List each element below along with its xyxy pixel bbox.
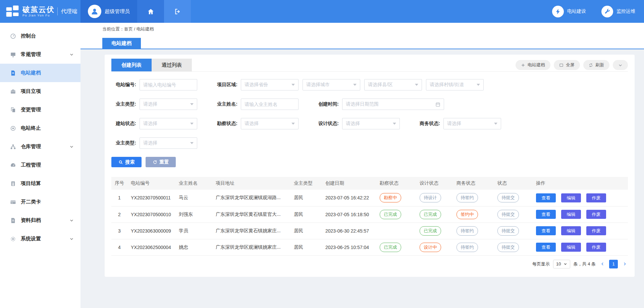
sidebar-item-type2-card[interactable]: 开二类卡	[0, 193, 80, 211]
user-menu[interactable]: 超级管理员	[80, 0, 137, 23]
content: 创建列表通过列表 电站建档全屏刷新 电站编号:项目区域:请选择省份请选择城市请选…	[80, 49, 644, 308]
sidebar-item-label: 控制台	[21, 33, 36, 39]
lightning-circle	[552, 6, 564, 17]
filter-field-owner-type-2: 业主类型:请选择	[111, 137, 197, 149]
filter-select-project-region-3[interactable]: 请选择村镇/街道	[426, 79, 484, 90]
refresh-button[interactable]: 刷新	[583, 60, 609, 70]
cell-address: 广东深圳龙华区观澜镇观湖路...	[212, 190, 290, 206]
filter-select-project-region-0[interactable]: 请选择省份	[241, 79, 299, 90]
void-button[interactable]: 作废	[586, 226, 606, 235]
edit-button[interactable]: 编辑	[561, 226, 581, 235]
tab-passed-list[interactable]: 通过列表	[152, 59, 192, 71]
cell-created-date: 2023-07-05 16:42:22	[322, 190, 376, 206]
next-page-button[interactable]	[621, 260, 628, 268]
cell-actions: 查看编辑作废	[533, 239, 628, 255]
list-card: 创建列表通过列表 电站建档全屏刷新 电站编号:项目区域:请选择省份请选择城市请选…	[105, 55, 635, 277]
filter-select-project-region-2[interactable]: 请选择县/区	[364, 79, 422, 90]
filter-daterange-create-time[interactable]: 请选择日期范围	[342, 99, 444, 110]
header-nav-station-build[interactable]: 电站建设	[552, 6, 586, 17]
filter-field-business-status: 商务状态:请选择	[415, 118, 501, 129]
page-tab[interactable]: 电站建档	[102, 38, 141, 49]
chevron-right-icon	[623, 262, 627, 266]
edit-button[interactable]: 编辑	[561, 243, 581, 252]
edit-button[interactable]: 编辑	[561, 193, 581, 202]
sidebar-item-console[interactable]: 控制台	[0, 27, 80, 45]
briefcase-icon	[10, 88, 16, 95]
cell-seq: 1	[111, 190, 127, 206]
toolbar-button-label: 刷新	[595, 62, 604, 68]
reset-button[interactable]: 重置	[146, 157, 176, 167]
filter-label: 设计状态:	[314, 121, 339, 127]
table-body: 1YX2023070500011马云广东深圳龙华区观澜镇观湖路...居民2023…	[111, 190, 628, 255]
view-button[interactable]: 查看	[536, 243, 556, 252]
search-button[interactable]: 搜索	[111, 157, 142, 167]
filter-select-owner-type-2[interactable]: 请选择	[140, 137, 197, 149]
sidebar-item-data-archive[interactable]: 资料归档	[0, 211, 80, 230]
sidebar-item-station-termination[interactable]: 电站终止	[0, 119, 80, 137]
cell-station-code: YX2023070500011	[127, 190, 175, 206]
filter-input-owner-name[interactable]	[241, 99, 299, 110]
add-station-button[interactable]: 电站建档	[516, 60, 550, 70]
file-icon	[10, 218, 16, 224]
status-badge: 勘察中	[380, 193, 401, 202]
sidebar-item-engineering-mgmt[interactable]: 工程管理	[0, 156, 80, 174]
sidebar-item-project-settlement[interactable]: 项目结算	[0, 174, 80, 193]
view-button[interactable]: 查看	[536, 193, 556, 202]
header-nav-monitor-ops[interactable]: 监控运维	[601, 6, 635, 17]
sidebar-item-project-initiation[interactable]: 项目立项	[0, 82, 80, 101]
column-header: 业主类型	[290, 177, 322, 190]
reset-icon	[153, 160, 157, 165]
fullscreen-button[interactable]: 全屏	[554, 60, 580, 70]
view-button[interactable]: 查看	[536, 226, 556, 235]
filter-label: 业主类型:	[111, 101, 136, 107]
filter-select-survey-status[interactable]: 请选择	[241, 118, 299, 129]
cell-owner-type: 居民	[290, 223, 322, 239]
sidebar-item-warehouse-mgmt[interactable]: 仓库管理	[0, 137, 80, 156]
lightning-icon	[555, 8, 561, 15]
brand-subtitle: Po Jian Yun Fu	[22, 14, 55, 17]
status-badge: 已完成	[420, 226, 441, 236]
cell-seq: 4	[111, 239, 127, 255]
collapse-button[interactable]	[613, 60, 628, 70]
card-icon	[10, 199, 16, 205]
table-row: 2YX2023070500010刘强东广东深圳龙华区黄石镇星官大...居民202…	[111, 206, 628, 223]
status-badge: 待签约	[457, 226, 478, 236]
sidebar-item-station-filing[interactable]: 电站建档	[0, 64, 80, 82]
sidebar-item-label: 仓库管理	[21, 143, 41, 150]
per-page-select[interactable]: 10	[553, 260, 570, 268]
plus-icon	[521, 63, 525, 67]
chevron-left-icon	[600, 262, 605, 266]
sidebar-item-label: 开二类卡	[21, 199, 41, 205]
sidebar-item-label: 常规管理	[21, 51, 41, 58]
header-nav-label: 监控运维	[616, 8, 635, 14]
cell-survey-status: 已完成	[376, 206, 416, 223]
tab-create-list[interactable]: 创建列表	[111, 59, 152, 71]
sidebar-item-system-settings[interactable]: 系统设置	[0, 230, 80, 248]
filter-input-station-code[interactable]	[140, 79, 197, 90]
sidebar-item-change-mgmt[interactable]: 变更管理	[0, 101, 80, 119]
filter-select-project-region-1[interactable]: 请选择城市	[303, 79, 360, 90]
edit-button[interactable]: 编辑	[561, 210, 581, 219]
filter-select-owner-type[interactable]: 请选择	[140, 99, 197, 110]
void-button[interactable]: 作废	[586, 243, 606, 252]
void-button[interactable]: 作废	[586, 210, 606, 219]
header-right-nav: 电站建设监控运维	[552, 0, 644, 23]
brand-name: 破茧云伏	[22, 6, 55, 14]
sidebar-item-label: 工程管理	[21, 162, 41, 168]
filter-select-build-status[interactable]: 请选择	[140, 118, 197, 129]
chevron-down-icon	[69, 237, 74, 241]
page-number-button[interactable]: 1	[609, 260, 618, 268]
breadcrumb: 当前位置：首页 / 电站建档	[80, 23, 644, 36]
sidebar-item-general-mgmt[interactable]: 常规管理	[0, 45, 80, 64]
prev-page-button[interactable]	[599, 260, 606, 268]
void-button[interactable]: 作废	[586, 193, 606, 202]
gauge-icon	[10, 33, 16, 39]
logout-button[interactable]	[164, 0, 191, 23]
home-button[interactable]	[137, 0, 164, 23]
cell-business-status: 签约中	[453, 206, 494, 223]
filter-select-business-status[interactable]: 请选择	[443, 118, 501, 129]
caret-down-icon	[190, 142, 194, 144]
filter-select-design-status[interactable]: 请选择	[342, 118, 400, 129]
view-button[interactable]: 查看	[536, 210, 556, 219]
toolbar-button-label: 电站建档	[528, 62, 545, 68]
